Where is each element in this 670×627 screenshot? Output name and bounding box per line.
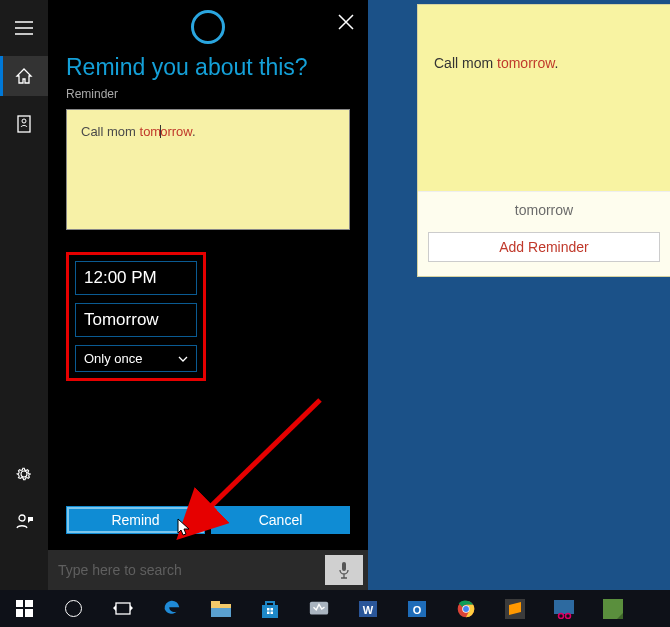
outlook-icon[interactable]: O [392, 590, 441, 627]
panel-title: Remind you about this? [66, 54, 350, 81]
svg-text:O: O [412, 604, 421, 616]
search-bar[interactable]: Type here to search [48, 550, 368, 590]
cortana-panel: Remind you about this? Reminder Call mom… [48, 0, 368, 590]
sublime-icon[interactable] [490, 590, 539, 627]
svg-rect-4 [16, 600, 23, 607]
svg-rect-12 [262, 605, 278, 618]
snip-icon[interactable] [539, 590, 588, 627]
feedback-icon[interactable] [0, 502, 48, 542]
svg-point-2 [19, 515, 25, 521]
cortana-taskbar-icon[interactable] [49, 590, 98, 627]
svg-rect-5 [25, 600, 33, 607]
add-reminder-button[interactable]: Add Reminder [428, 232, 660, 262]
svg-point-1 [22, 119, 26, 123]
close-icon[interactable] [330, 6, 362, 38]
svg-rect-16 [270, 611, 273, 614]
settings-icon[interactable] [0, 454, 48, 494]
chevron-down-icon [178, 354, 188, 364]
svg-point-28 [565, 613, 570, 618]
annotation-highlight: 12:00 PM Tomorrow Only once [66, 252, 206, 381]
cortana-ring-icon [48, 0, 368, 54]
edge-icon[interactable] [147, 590, 196, 627]
chrome-icon[interactable] [441, 590, 490, 627]
svg-rect-14 [270, 608, 273, 611]
sticky-note-body[interactable]: Call mom tomorrow. [418, 5, 670, 191]
sticky-note: Call mom tomorrow. tomorrow Add Reminder [418, 5, 670, 276]
skype-icon[interactable] [294, 590, 343, 627]
button-row: Remind Cancel [66, 506, 350, 534]
taskview-icon[interactable] [98, 590, 147, 627]
home-icon[interactable] [0, 56, 48, 96]
svg-rect-6 [16, 609, 23, 617]
svg-rect-11 [211, 608, 231, 617]
svg-rect-3 [342, 562, 346, 571]
store-icon[interactable] [245, 590, 294, 627]
start-icon[interactable] [0, 590, 49, 627]
svg-rect-7 [25, 609, 33, 617]
time-field[interactable]: 12:00 PM [75, 261, 197, 295]
file-explorer-icon[interactable] [196, 590, 245, 627]
microphone-icon[interactable] [325, 555, 363, 585]
notebook-icon[interactable] [0, 104, 48, 144]
recurrence-dropdown[interactable]: Only once [75, 345, 197, 372]
svg-rect-13 [267, 608, 270, 611]
taskbar-sticky-icon[interactable] [588, 590, 637, 627]
cancel-button[interactable]: Cancel [211, 506, 350, 534]
svg-text:W: W [362, 604, 373, 616]
search-placeholder: Type here to search [48, 562, 325, 578]
day-field[interactable]: Tomorrow [75, 303, 197, 337]
svg-rect-8 [116, 603, 130, 614]
remind-button[interactable]: Remind [66, 506, 205, 534]
svg-rect-15 [267, 611, 270, 614]
svg-rect-26 [554, 600, 574, 614]
menu-icon[interactable] [0, 8, 48, 48]
reminder-text-input[interactable]: Call mom tomorrow. [66, 109, 350, 230]
svg-point-27 [558, 613, 563, 618]
section-label: Reminder [66, 87, 350, 101]
svg-rect-0 [18, 116, 30, 132]
svg-point-24 [463, 606, 469, 612]
sticky-meta: tomorrow [418, 192, 670, 228]
svg-rect-10 [211, 601, 220, 606]
word-icon[interactable]: W [343, 590, 392, 627]
taskbar: W O [0, 590, 670, 627]
cortana-rail [0, 0, 48, 590]
